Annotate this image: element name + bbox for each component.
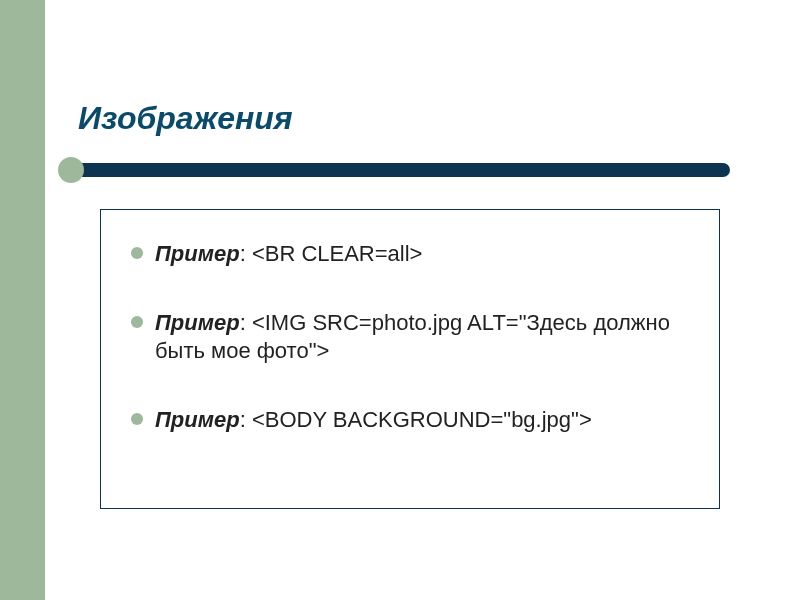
item-label: Пример <box>155 241 240 266</box>
divider-bar <box>70 163 730 177</box>
list-item: Пример: <BODY BACKGROUND="bg.jpg"> <box>131 406 689 435</box>
item-label: Пример <box>155 407 240 432</box>
bullet-icon <box>131 413 143 425</box>
item-text: : <BODY BACKGROUND="bg.jpg"> <box>240 407 592 432</box>
bullet-icon <box>131 316 143 328</box>
slide-content: Изображения Пример: <BR CLEAR=all> Приме… <box>70 0 800 509</box>
list-item: Пример: <IMG SRC=photo.jpg ALT="Здесь до… <box>131 309 689 366</box>
content-box: Пример: <BR CLEAR=all> Пример: <IMG SRC=… <box>100 209 720 509</box>
divider-circle <box>58 157 84 183</box>
bullet-icon <box>131 247 143 259</box>
item-label: Пример <box>155 310 240 335</box>
left-accent-bar <box>0 0 45 600</box>
list-item: Пример: <BR CLEAR=all> <box>131 240 689 269</box>
item-text: : <BR CLEAR=all> <box>240 241 423 266</box>
slide-title: Изображения <box>78 100 800 137</box>
divider <box>70 161 800 179</box>
